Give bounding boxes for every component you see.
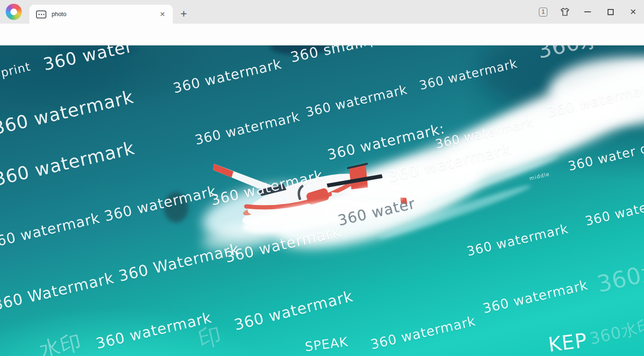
watermark-layer: print360 water360 watermark360 small印360… (0, 45, 644, 356)
watermark-text: 360 water (336, 195, 417, 229)
close-button[interactable]: ✕ (628, 7, 638, 17)
watermark-text: 水印 (36, 328, 84, 356)
maximize-button[interactable] (605, 7, 616, 17)
watermark-text: 360 watermark (418, 56, 519, 93)
tab-close-icon[interactable]: ✕ (158, 9, 167, 19)
watermark-text: 360水印 (588, 314, 644, 350)
watermark-text: KEP (547, 329, 589, 356)
webpage-content: print360 water360 watermark360 small印360… (0, 45, 644, 356)
watermark-text: 360 watermark (0, 137, 136, 190)
watermark-text: 360水 (594, 255, 644, 300)
watermark-text: 60 watermark 360 watermark (0, 183, 218, 249)
titlebar: photo ✕ + 1 ✕ (0, 0, 644, 24)
session-count-badge[interactable]: 1 (539, 8, 547, 17)
watermark-text: 印 (196, 320, 225, 355)
watermark-text: 360 watermark (193, 108, 301, 148)
theme-shirt-icon[interactable] (560, 7, 570, 17)
watermark-text: 360 watermark (465, 221, 570, 259)
window-controls: 1 ✕ (539, 0, 640, 24)
new-tab-button[interactable]: + (177, 8, 190, 21)
tab-photo[interactable]: photo ✕ (29, 5, 173, 24)
minimize-button[interactable] (582, 7, 593, 17)
watermark-text: 360 watermark (94, 309, 213, 352)
watermark-text: 360 watermark (209, 167, 325, 209)
close-icon: ✕ (630, 8, 636, 16)
watermark-text: 360 watermark (481, 277, 589, 316)
watermark-text: 360 watermark (232, 287, 355, 334)
tab-title: photo (52, 11, 158, 18)
watermark-text: 360 watermark (224, 222, 342, 266)
watermark-text: 360 watermark (369, 313, 477, 352)
watermark-text: middle (529, 171, 550, 181)
minimize-icon (584, 11, 591, 12)
watermark-text: 360 watermark (546, 80, 644, 120)
toolbar: ••• (0, 24, 644, 45)
watermark-text: 360 wate (584, 200, 644, 228)
watermark-text: 360 watermark: (326, 120, 447, 163)
watermark-text: 360水印 (535, 45, 626, 66)
browser-logo-icon[interactable] (6, 4, 22, 20)
browser-window: photo ✕ + 1 ✕ (0, 0, 644, 356)
watermark-text: print (0, 60, 32, 80)
watermark-text: 360 small印 (289, 45, 379, 68)
maximize-icon (608, 9, 614, 15)
watermark-text: 360 water (42, 45, 134, 74)
watermark-text: 360 watermark (0, 86, 135, 139)
watermark-text: 360 Watermark 360 Watermark (0, 240, 241, 314)
watermark-text: 360 water days (567, 135, 644, 173)
watermark-text: SPEAK (304, 334, 349, 354)
watermark-text: 360 watermark (171, 56, 283, 97)
page-favicon-icon (36, 10, 46, 18)
watermark-text: 360 watermark (304, 82, 409, 120)
